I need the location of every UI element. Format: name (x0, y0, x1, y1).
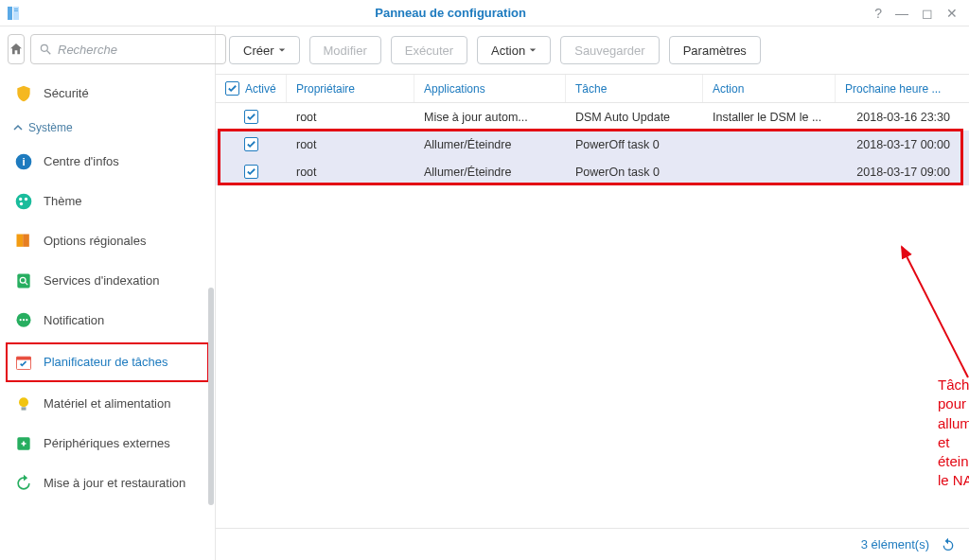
calendar-icon (13, 352, 34, 373)
cell-owner: root (287, 138, 414, 151)
svg-point-8 (16, 194, 32, 210)
footer: 3 élément(s) (216, 528, 969, 560)
palette-icon (13, 191, 34, 212)
svg-rect-3 (14, 10, 18, 11)
col-header-owner[interactable]: Propriétaire (287, 75, 414, 102)
window-title: Panneau de configuration (26, 6, 874, 20)
search-box[interactable] (30, 34, 226, 64)
sidebar-item-hardware-power[interactable]: Matériel et alimentation (0, 384, 215, 424)
sidebar-item-label: Sécurité (44, 86, 89, 101)
cell-active (216, 110, 287, 124)
modify-button[interactable]: Modifier (309, 36, 381, 64)
col-header-action[interactable]: Action (703, 75, 836, 102)
cell-active (216, 137, 287, 151)
row-checkbox[interactable] (244, 110, 258, 124)
header-checkbox[interactable] (225, 81, 239, 96)
svg-point-9 (19, 198, 22, 201)
svg-rect-13 (23, 235, 29, 247)
caret-down-icon (529, 46, 537, 54)
row-checkbox[interactable] (244, 165, 258, 179)
svg-rect-22 (17, 357, 31, 359)
sidebar-item-external-devices[interactable]: Périphériques externes (0, 424, 215, 464)
sidebar-item-security[interactable]: Sécurité (0, 74, 215, 114)
col-header-applications[interactable]: Applications (414, 75, 566, 102)
sidebar-item-task-scheduler[interactable]: Planificateur de tâches (6, 342, 209, 382)
svg-line-5 (47, 51, 51, 55)
table-row[interactable]: root Allumer/Éteindre PowerOn task 0 201… (216, 158, 969, 185)
cell-app: Mise à jour autom... (414, 111, 566, 124)
settings-button[interactable]: Paramètres (669, 36, 761, 64)
svg-point-10 (25, 198, 27, 201)
table-row[interactable]: root Mise à jour autom... DSM Auto Updat… (216, 103, 969, 131)
col-header-active[interactable]: Activé (216, 75, 287, 102)
sidebar-item-theme[interactable]: Thème (0, 182, 215, 221)
cell-app: Allumer/Éteindre (414, 138, 566, 151)
refresh-icon (941, 537, 956, 552)
home-icon (9, 42, 24, 57)
cell-next: 2018-03-17 09:00 (836, 166, 969, 179)
refresh-button[interactable] (941, 537, 956, 552)
sidebar-item-info-center[interactable]: i Centre d'infos (0, 142, 215, 182)
sidebar: Sécurité Système i Centre d'infos Thème … (0, 26, 216, 560)
sidebar-item-label: Planificateur de tâches (44, 355, 168, 370)
annotation-arrow (888, 236, 969, 387)
sidebar-item-update-restore[interactable]: Mise à jour et restauration (0, 464, 215, 503)
flag-icon (13, 231, 34, 252)
sidebar-item-indexing[interactable]: Services d'indexation (0, 261, 215, 301)
toolbar: Créer Modifier Exécuter Action Sauvegard… (216, 26, 969, 75)
cell-app: Allumer/Éteindre (414, 166, 566, 179)
info-icon: i (13, 151, 34, 172)
app-icon (0, 0, 26, 26)
close-icon[interactable]: ✕ (946, 7, 958, 20)
help-icon[interactable]: ? (874, 7, 882, 20)
sidebar-item-label: Matériel et alimentation (44, 396, 170, 411)
action-button[interactable]: Action (477, 36, 551, 64)
bulb-icon (13, 394, 34, 414)
svg-text:i: i (22, 155, 25, 167)
svg-line-26 (902, 247, 968, 377)
save-button[interactable]: Sauvegarder (560, 36, 659, 64)
table-row[interactable]: root Allumer/Éteindre PowerOff task 0 20… (216, 131, 969, 158)
svg-rect-12 (17, 235, 24, 247)
sidebar-item-label: Mise à jour et restauration (44, 476, 185, 491)
item-count: 3 élément(s) (861, 537, 929, 551)
sidebar-item-notification[interactable]: Notification (0, 301, 215, 341)
scrollbar[interactable] (208, 288, 214, 505)
sidebar-section-system[interactable]: Système (0, 114, 215, 142)
search-doc-icon (13, 271, 34, 291)
svg-point-19 (23, 319, 25, 321)
sidebar-item-label: Services d'indexation (44, 273, 159, 289)
cell-owner: root (287, 166, 414, 179)
svg-point-23 (19, 397, 28, 407)
sidebar-item-label: Notification (44, 313, 104, 328)
cell-owner: root (287, 111, 414, 124)
sidebar-item-label: Centre d'infos (44, 154, 119, 169)
sidebar-item-regional[interactable]: Options régionales (0, 221, 215, 261)
sidebar-item-label: Périphériques externes (44, 436, 170, 451)
minimize-icon[interactable]: — (895, 7, 908, 20)
search-icon (39, 43, 52, 56)
cell-next: 2018-03-16 23:30 (836, 111, 969, 124)
sidebar-item-label: Options régionales (44, 234, 146, 249)
col-header-task[interactable]: Tâche (566, 75, 703, 102)
svg-rect-14 (17, 274, 29, 289)
cell-action: Installer le DSM le ... (703, 111, 836, 124)
cell-task: DSM Auto Update (566, 111, 703, 124)
col-header-next[interactable]: Prochaine heure ... (836, 75, 969, 102)
maximize-icon[interactable]: ◻ (922, 7, 933, 20)
home-button[interactable] (8, 34, 25, 64)
caret-down-icon (278, 46, 286, 54)
task-table: Activé Propriétaire Applications Tâche A… (216, 75, 969, 528)
row-checkbox[interactable] (244, 137, 258, 151)
svg-point-20 (26, 319, 27, 321)
search-input[interactable] (58, 43, 218, 57)
chat-icon (13, 310, 34, 331)
svg-rect-2 (14, 9, 18, 9)
cell-task: PowerOff task 0 (566, 138, 703, 151)
content-area: Créer Modifier Exécuter Action Sauvegard… (216, 26, 969, 560)
svg-point-4 (41, 44, 47, 51)
create-button[interactable]: Créer (229, 36, 300, 64)
sidebar-item-label: Thème (44, 194, 81, 209)
svg-point-11 (20, 202, 23, 205)
execute-button[interactable]: Exécuter (391, 36, 467, 64)
